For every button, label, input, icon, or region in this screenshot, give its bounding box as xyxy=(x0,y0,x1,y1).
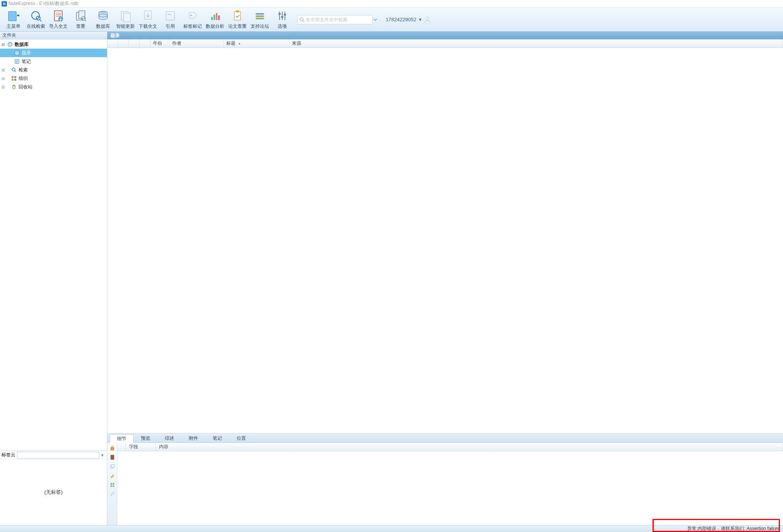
tagcloud-empty-text: (无标签) xyxy=(0,459,107,525)
tree-node-organize[interactable]: ⊞ 组织 xyxy=(0,74,107,83)
brush-icon[interactable] xyxy=(109,472,116,479)
search-folder-icon xyxy=(11,67,17,73)
detail-col-blank[interactable] xyxy=(117,443,126,451)
svg-rect-27 xyxy=(236,10,239,12)
col-flag[interactable] xyxy=(107,39,118,47)
search-icon xyxy=(299,17,304,22)
detail-col-content[interactable]: 内容 xyxy=(156,443,783,451)
tab-attachment[interactable]: 附件 xyxy=(181,434,205,442)
tree-label: 回收站 xyxy=(19,84,32,90)
svg-rect-55 xyxy=(111,447,114,450)
svg-rect-53 xyxy=(14,79,16,81)
svg-rect-54 xyxy=(13,85,15,86)
smart-update-icon xyxy=(119,9,132,22)
svg-line-13 xyxy=(85,20,86,21)
tree-node-notes[interactable]: 笔记 xyxy=(0,57,107,66)
tree-root-database[interactable]: ⊟ 数据库 xyxy=(0,40,107,49)
title-bar: N NoteExpress - E:\投稿\数据库.ndb xyxy=(0,0,783,8)
tagcloud-dropdown-icon[interactable]: ▾ xyxy=(99,452,105,458)
tab-note[interactable]: 笔记 xyxy=(205,434,229,442)
options-button[interactable]: 选项 xyxy=(271,9,293,30)
chart-icon xyxy=(208,9,222,22)
data-analysis-button[interactable]: 数据分析 xyxy=(204,9,226,30)
detail-tool-strip xyxy=(107,443,117,525)
svg-rect-59 xyxy=(110,483,112,485)
svg-rect-60 xyxy=(113,483,114,485)
col-link[interactable] xyxy=(140,39,151,47)
lock-icon[interactable] xyxy=(109,444,116,451)
download-fulltext-button[interactable]: 下载全文 xyxy=(137,9,159,30)
svg-rect-61 xyxy=(110,485,112,487)
tab-summary[interactable]: 综述 xyxy=(158,434,181,442)
notes-icon xyxy=(14,58,20,64)
support-forum-button[interactable]: 支持论坛 xyxy=(249,9,271,30)
user-account[interactable]: 17824229052 ▾ xyxy=(386,16,431,24)
col-author[interactable]: 作者 xyxy=(170,39,224,47)
col-title[interactable]: 标题 xyxy=(224,39,290,47)
svg-rect-1 xyxy=(17,15,19,16)
tab-location[interactable]: 位置 xyxy=(229,434,253,442)
grid-icon[interactable] xyxy=(109,481,116,488)
dedup-button[interactable]: 查重 xyxy=(69,9,92,30)
main-menu-button[interactable]: 主菜单 xyxy=(2,9,25,30)
search-box[interactable] xyxy=(297,15,373,24)
col-year[interactable]: 年份 xyxy=(151,39,170,47)
tag-mark-button[interactable]: 标签标记 xyxy=(181,9,204,30)
smart-update-button[interactable]: 智能更新 xyxy=(114,9,137,30)
cite-button[interactable]: "" 引用 xyxy=(159,9,181,30)
detail-col-field[interactable]: 字段 xyxy=(126,443,156,451)
online-search-button[interactable]: 在线检索 xyxy=(25,9,47,30)
content-area: 题录 年份 作者 标题 来源 细节 预览 综述 附件 笔记 位置 xyxy=(107,32,783,525)
tag-icon xyxy=(186,9,199,22)
download-icon xyxy=(141,9,154,22)
expand-toggle-icon[interactable]: ⊟ xyxy=(1,42,5,47)
tab-preview[interactable]: 预览 xyxy=(134,434,158,442)
svg-rect-52 xyxy=(12,79,14,81)
tagcloud-panel: 标签云 ▾ (无标签) xyxy=(0,451,107,525)
book-icon[interactable] xyxy=(109,454,116,461)
svg-text:"": "" xyxy=(168,13,171,19)
detail-grid-body xyxy=(117,451,783,525)
svg-point-48 xyxy=(12,68,15,71)
tree-node-records[interactable]: 题录 xyxy=(0,49,107,57)
col-attach[interactable] xyxy=(129,39,140,47)
svg-rect-35 xyxy=(281,16,283,18)
avatar-icon xyxy=(424,16,431,24)
paper-check-button[interactable]: 论文查重 xyxy=(226,9,249,30)
detail-grid: 字段 内容 xyxy=(117,443,783,525)
import-fulltext-button[interactable]: 导入全文 xyxy=(47,9,69,30)
dedup-icon xyxy=(74,9,87,22)
tagcloud-filter-input[interactable] xyxy=(17,452,99,459)
sliders-icon xyxy=(276,9,289,22)
svg-rect-50 xyxy=(12,76,14,78)
app-icon: N xyxy=(2,1,7,7)
expand-toggle-icon[interactable]: ⊞ xyxy=(1,68,5,72)
main-menu-icon xyxy=(7,9,20,22)
svg-point-37 xyxy=(300,18,303,21)
copy-icon[interactable] xyxy=(109,463,116,470)
recycle-icon xyxy=(11,84,17,90)
expand-toggle-icon[interactable]: ⊞ xyxy=(1,76,5,81)
tree-node-search[interactable]: ⊞ 检索 xyxy=(0,66,107,74)
edit-icon[interactable] xyxy=(109,491,116,498)
tab-detail[interactable]: 细节 xyxy=(110,434,134,443)
svg-point-21 xyxy=(190,15,192,16)
svg-line-4 xyxy=(40,20,41,21)
database-button[interactable]: 数据库 xyxy=(92,9,114,30)
expand-toggle-icon[interactable]: ⊞ xyxy=(1,85,5,89)
svg-rect-29 xyxy=(256,15,264,17)
records-column-header: 年份 作者 标题 来源 xyxy=(107,39,783,48)
cite-icon: "" xyxy=(164,9,177,22)
svg-rect-24 xyxy=(216,13,217,20)
col-star[interactable] xyxy=(118,39,129,47)
detail-pane: 细节 预览 综述 附件 笔记 位置 xyxy=(107,433,783,525)
svg-rect-41 xyxy=(15,51,19,55)
svg-rect-0 xyxy=(8,12,16,21)
tree-label: 数据库 xyxy=(15,41,29,48)
search-input[interactable] xyxy=(306,17,371,22)
col-source[interactable]: 来源 xyxy=(290,39,783,47)
app-title: NoteExpress - E:\投稿\数据库.ndb xyxy=(8,0,78,7)
search-dropdown-icon[interactable] xyxy=(373,18,380,22)
database-folder-icon xyxy=(7,41,13,47)
tree-node-recycle[interactable]: ⊞ 回收站 xyxy=(0,83,107,91)
